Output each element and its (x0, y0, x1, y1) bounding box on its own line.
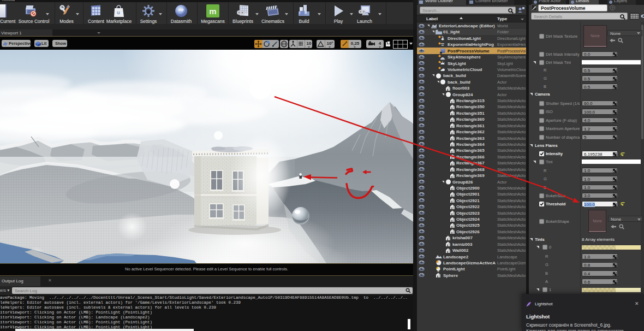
svg-text:m: m (209, 7, 216, 16)
svg-text:u: u (117, 10, 120, 15)
